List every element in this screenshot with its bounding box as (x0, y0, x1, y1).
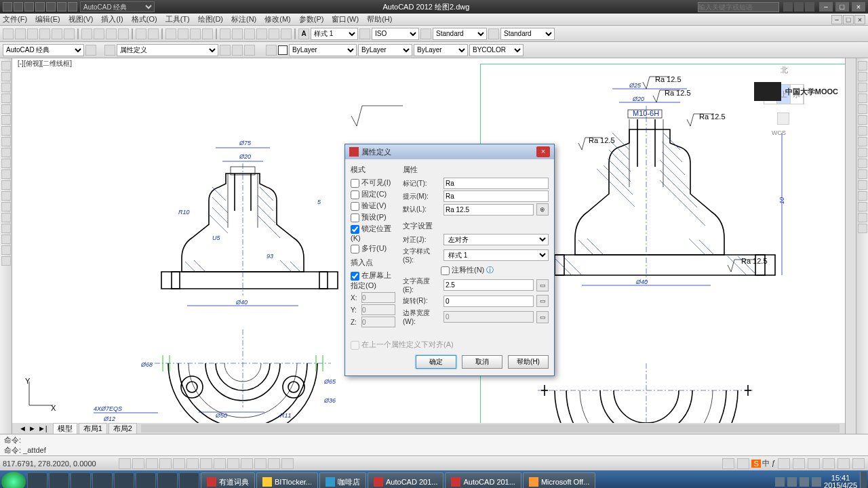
menu-param[interactable]: 参数(P) (299, 14, 324, 24)
sb-osnap[interactable] (173, 458, 185, 469)
tab-model[interactable]: 模型 (53, 423, 77, 434)
sb-lock[interactable] (808, 458, 820, 469)
lineweight-combo[interactable]: ByLayer (414, 44, 468, 56)
task-youdao[interactable]: 有道词典 (201, 472, 255, 488)
tray-up-icon[interactable] (775, 477, 785, 487)
mod-offset[interactable] (858, 94, 867, 103)
tb-redo[interactable] (148, 28, 159, 39)
rotation-pick-button[interactable]: ▭ (536, 295, 549, 307)
menu-window[interactable]: 窗口(W) (332, 14, 359, 24)
tb-print[interactable] (39, 28, 50, 39)
qat-redo[interactable] (57, 2, 66, 12)
mod-move[interactable] (858, 115, 867, 125)
tb-markup[interactable] (269, 28, 279, 39)
sb-qp[interactable] (268, 458, 280, 469)
task-office[interactable]: Microsoft Off... (523, 472, 595, 488)
sb-ws[interactable] (793, 458, 805, 469)
tray-net-icon[interactable] (787, 477, 797, 487)
mod-array[interactable] (858, 104, 867, 114)
tb-dim-icon[interactable] (359, 28, 370, 39)
tool-region[interactable] (1, 224, 11, 233)
tb-text-icon[interactable]: A (298, 28, 309, 39)
height-input[interactable] (443, 279, 534, 291)
pin-play[interactable] (49, 472, 69, 488)
sb-clean[interactable] (852, 458, 865, 469)
show-desktop[interactable] (860, 472, 867, 488)
search-box[interactable] (698, 2, 779, 12)
default-input[interactable] (443, 204, 534, 216)
tb-layer-iso[interactable] (232, 45, 243, 56)
tool-addselect[interactable] (1, 256, 11, 266)
text-style-combo[interactable]: 样式 1 (311, 28, 358, 40)
tool-pline[interactable] (1, 72, 11, 81)
tb-save[interactable] (27, 28, 38, 39)
tool-ellipsearc[interactable] (1, 159, 11, 168)
sb-hw[interactable] (823, 458, 835, 469)
workspace-combo2[interactable]: AutoCAD 经典 (3, 44, 84, 56)
mod-rotate[interactable] (858, 126, 867, 136)
tool-point[interactable] (1, 191, 11, 201)
plotstyle-combo[interactable]: BYCOLOR (469, 44, 524, 56)
color-swatch[interactable] (278, 45, 288, 55)
tb-undo[interactable] (136, 28, 146, 39)
mod-stretch[interactable] (858, 148, 867, 157)
tb-ws-gear[interactable] (85, 45, 96, 56)
tool-polygon[interactable] (1, 83, 11, 92)
tool-rect[interactable] (1, 94, 11, 103)
dialog-titlebar[interactable]: 属性定义 × (345, 144, 554, 159)
menu-format[interactable]: 格式(O) (132, 14, 157, 24)
task-acad1[interactable]: AutoCAD 201... (368, 472, 443, 488)
sb-tpy[interactable] (254, 458, 267, 469)
sb-quickview[interactable] (737, 458, 749, 469)
sb-ducs[interactable] (214, 458, 226, 469)
table-style-combo[interactable]: Standard (433, 28, 487, 40)
mod-copy[interactable] (858, 72, 867, 81)
sb-iso[interactable] (837, 458, 850, 469)
tb-pan[interactable] (165, 28, 176, 39)
pin-firefox[interactable] (92, 472, 113, 488)
tool-table[interactable] (1, 235, 11, 244)
sb-polar[interactable] (159, 458, 172, 469)
mod-extend[interactable] (858, 169, 867, 179)
tab-layout2[interactable]: 布局2 (108, 423, 137, 434)
command-line[interactable]: 命令: 命令: _attdef (0, 434, 868, 455)
close-button[interactable]: × (852, 2, 865, 12)
workspace-combo[interactable]: AutoCAD 经典 (80, 1, 155, 12)
mod-scale[interactable] (858, 137, 867, 146)
tool-hatch[interactable] (1, 202, 11, 211)
doc-close[interactable]: × (854, 15, 865, 24)
style-combo[interactable]: 样式 1 (443, 249, 549, 261)
help-button[interactable]: 帮助(H) (508, 355, 549, 369)
sb-lwt[interactable] (241, 458, 253, 469)
tool-arc[interactable] (1, 104, 11, 114)
tb-calc[interactable] (281, 28, 292, 39)
menu-tools[interactable]: 工具(T) (165, 14, 190, 24)
tb-layer-prev[interactable] (220, 45, 231, 56)
help-icon[interactable] (805, 2, 814, 12)
qat-open[interactable] (24, 2, 34, 12)
maximize-button[interactable]: □ (835, 2, 849, 12)
doc-minimize[interactable]: − (831, 15, 842, 24)
sb-dyn[interactable] (227, 458, 239, 469)
tb-paste[interactable] (106, 28, 117, 39)
hscrollbar[interactable] (141, 424, 840, 432)
pin-media[interactable] (136, 472, 156, 488)
pin-bird[interactable] (157, 472, 178, 488)
tb-cut[interactable] (81, 28, 92, 39)
task-acad2[interactable]: AutoCAD 201... (445, 472, 521, 488)
tb-layer-mgr[interactable] (104, 45, 115, 56)
qat-undo[interactable] (46, 2, 56, 12)
mod-explode[interactable] (858, 224, 867, 233)
mod-fillet[interactable] (858, 213, 867, 222)
sb-model[interactable] (722, 458, 734, 469)
tb-designcenter[interactable] (232, 28, 243, 39)
tb-table-icon[interactable] (420, 28, 431, 39)
dialog-close-button[interactable]: × (536, 146, 550, 157)
tb-sheetset[interactable] (256, 28, 267, 39)
ime-indicator[interactable]: S (751, 460, 760, 468)
prompt-input[interactable] (443, 190, 549, 202)
tb-toolpalettes[interactable] (244, 28, 255, 39)
chk-onscreen[interactable]: 在屏幕上指定(O) (351, 270, 397, 291)
doc-restore[interactable]: □ (843, 15, 854, 24)
pin-snip[interactable] (179, 472, 199, 488)
